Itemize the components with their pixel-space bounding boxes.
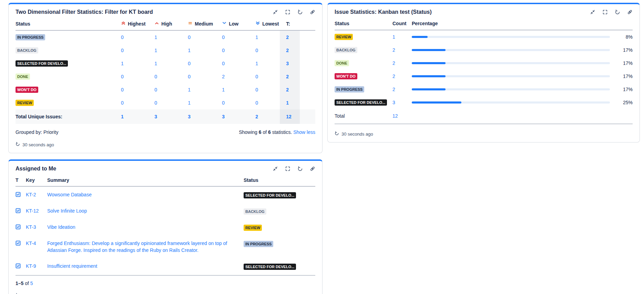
stat-count-link[interactable]: 1	[255, 61, 258, 66]
column-total-link[interactable]: 2	[255, 114, 258, 119]
stat-count-link[interactable]: 0	[154, 74, 157, 79]
row-total-link[interactable]: 1	[286, 100, 289, 106]
count-link[interactable]: 2	[392, 60, 412, 66]
link-icon[interactable]	[310, 166, 315, 172]
stat-count-link[interactable]: 1	[154, 35, 157, 40]
column-header-key: Key	[26, 177, 47, 183]
gadget-title: Two Dimensional Filter Statistics: Filte…	[16, 9, 153, 15]
status-badge: REVIEW	[16, 100, 34, 106]
stat-count-link[interactable]: 0	[255, 87, 258, 92]
status-badge: IN PROGRESS	[16, 34, 45, 40]
row-total-link[interactable]: 2	[286, 48, 289, 53]
percentage-bar	[412, 75, 610, 77]
status-badge: REVIEW	[244, 225, 262, 231]
row-total-link[interactable]: 2	[286, 35, 289, 40]
stat-count-link[interactable]: 0	[222, 100, 225, 106]
count-link[interactable]: 2	[392, 47, 412, 53]
stat-count-link[interactable]: 1	[188, 100, 191, 106]
refresh-icon[interactable]	[16, 142, 20, 147]
stat-count-link[interactable]: 0	[188, 61, 191, 66]
expand-icon[interactable]	[602, 9, 608, 15]
stat-count-link[interactable]: 0	[121, 87, 124, 92]
stat-count-link[interactable]: 0	[188, 35, 191, 40]
stat-row: DONE 2 17%	[335, 57, 633, 70]
refresh-icon[interactable]	[297, 166, 303, 172]
stat-count-link[interactable]: 1	[188, 48, 191, 53]
stat-count-link[interactable]: 2	[222, 74, 225, 79]
column-header-low: Low	[213, 19, 246, 30]
showing-statistics: Showing 6 of 6 statistics. Show less	[239, 129, 315, 135]
count-link[interactable]: 2	[392, 87, 412, 92]
total-row: Total 12	[335, 109, 633, 124]
issue-key-link[interactable]: KT-2	[26, 191, 47, 198]
refresh-icon[interactable]	[297, 9, 303, 15]
table-header-row: T Key Summary Status	[16, 175, 315, 187]
column-total-link[interactable]: 3	[154, 114, 157, 119]
collapse-icon[interactable]	[590, 9, 595, 15]
link-icon[interactable]	[310, 9, 315, 15]
stat-count-link[interactable]: 0	[154, 87, 157, 92]
stat-count-link[interactable]: 0	[255, 48, 258, 53]
stat-count-link[interactable]: 1	[121, 61, 124, 66]
stat-count-link[interactable]: 0	[121, 74, 124, 79]
refresh-icon[interactable]	[615, 9, 620, 15]
gadget-two-dimensional-stats: Two Dimensional Filter Statistics: Filte…	[8, 3, 323, 153]
issue-key-link[interactable]: KT-4	[26, 240, 47, 247]
issue-key-link[interactable]: KT-9	[26, 263, 47, 270]
table-row: BACKLOG 01100 2	[16, 44, 315, 57]
count-link[interactable]: 2	[392, 74, 412, 79]
column-total-link[interactable]: 1	[121, 114, 124, 119]
task-type-icon	[16, 224, 26, 229]
count-link[interactable]: 3	[392, 100, 412, 105]
status-badge: BACKLOG	[16, 47, 38, 53]
task-type-icon	[16, 241, 26, 246]
table-row: IN PROGRESS 01001 2	[16, 30, 315, 44]
issue-summary-link[interactable]: Wowsome Database	[47, 191, 244, 198]
stat-count-link[interactable]: 1	[222, 87, 225, 92]
stat-count-link[interactable]: 0	[222, 61, 225, 66]
status-badge: BACKLOG	[244, 208, 266, 215]
refresh-icon[interactable]	[335, 131, 339, 137]
collapse-icon[interactable]	[273, 166, 278, 172]
row-total-link[interactable]: 2	[286, 87, 289, 92]
stat-count-link[interactable]: 1	[188, 87, 191, 92]
issue-summary-link[interactable]: Solve Infinite Loop	[47, 207, 244, 214]
row-total-link[interactable]: 2	[286, 74, 289, 79]
stat-count-link[interactable]: 0	[222, 48, 225, 53]
show-less-link[interactable]: Show less	[293, 129, 315, 135]
pagination: 1–5 of 5	[16, 281, 315, 286]
issue-summary-link[interactable]: Vibe Ideation	[47, 224, 244, 231]
stat-count-link[interactable]: 1	[154, 48, 157, 53]
count-link[interactable]: 1	[392, 34, 412, 40]
issue-key-link[interactable]: KT-12	[26, 207, 47, 214]
grand-total-link[interactable]: 12	[286, 114, 292, 119]
issue-summary-link[interactable]: Forged Enthusiasm: Develop a significant…	[47, 240, 244, 254]
stat-count-link[interactable]: 0	[222, 35, 225, 40]
stat-count-link[interactable]: 0	[255, 100, 258, 106]
issue-key-link[interactable]: KT-3	[26, 224, 47, 231]
total-count-link[interactable]: 12	[392, 113, 412, 119]
table-row: SELECTED FOR DEVELO... 11001 3	[16, 57, 315, 70]
pagination-total-link[interactable]: 5	[30, 281, 33, 286]
priority-medium-icon	[188, 21, 193, 27]
column-total-link[interactable]: 3	[188, 114, 191, 119]
link-icon[interactable]	[627, 9, 633, 15]
row-total-link[interactable]: 3	[286, 61, 289, 66]
stat-count-link[interactable]: 1	[154, 61, 157, 66]
stat-count-link[interactable]: 0	[188, 74, 191, 79]
column-header-percentage: Percentage	[412, 21, 633, 26]
collapse-icon[interactable]	[273, 9, 278, 15]
stat-count-link[interactable]: 0	[121, 48, 124, 53]
column-total-link[interactable]: 3	[222, 114, 225, 119]
stat-count-link[interactable]: 1	[255, 35, 258, 40]
stat-count-link[interactable]: 0	[121, 35, 124, 40]
stat-count-link[interactable]: 0	[154, 100, 157, 106]
issue-row: KT-2 Wowsome Database SELECTED FOR DEVEL…	[16, 187, 315, 203]
column-header-summary: Summary	[47, 177, 244, 183]
stat-count-link[interactable]: 0	[255, 74, 258, 79]
issue-summary-link[interactable]: Insufficient requirement	[47, 263, 244, 270]
expand-icon[interactable]	[285, 9, 290, 15]
expand-icon[interactable]	[285, 166, 290, 172]
percentage-bar	[412, 101, 610, 104]
stat-count-link[interactable]: 0	[121, 100, 124, 106]
